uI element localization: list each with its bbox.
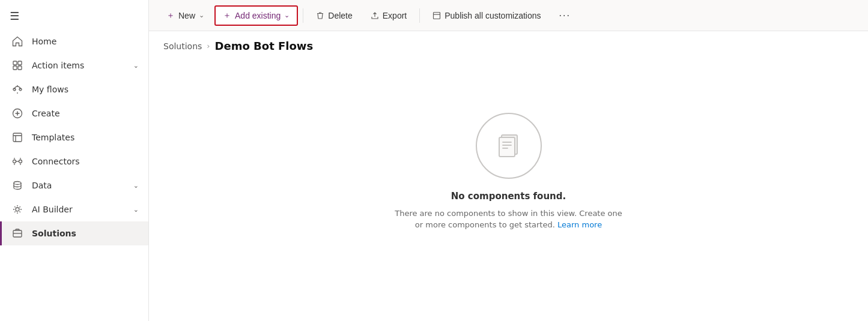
add-existing-chevron-icon: ⌄ (284, 11, 290, 19)
svg-rect-3 (18, 66, 22, 70)
add-existing-plus-icon: ＋ (223, 10, 231, 21)
delete-button[interactable]: Delete (308, 7, 360, 25)
chevron-down-icon: ⌄ (133, 182, 139, 190)
sidebar-item-label: Connectors (32, 157, 80, 166)
sidebar-item-label: AI Builder (32, 205, 73, 214)
svg-rect-1 (18, 61, 22, 65)
my-flows-icon (11, 83, 23, 95)
home-icon (11, 35, 23, 47)
toolbar-separator (303, 8, 303, 23)
publish-button[interactable]: Publish all customizations (425, 7, 548, 25)
breadcrumb-separator: › (207, 41, 210, 50)
learn-more-link[interactable]: Learn more (557, 220, 602, 229)
svg-point-9 (19, 160, 22, 163)
chevron-down-icon: ⌄ (133, 62, 139, 70)
action-items-icon (11, 59, 23, 71)
plus-icon: ＋ (166, 10, 175, 21)
add-existing-button[interactable]: ＋ Add existing ⌄ (214, 5, 298, 26)
hamburger-menu-button[interactable]: ☰ (0, 2, 148, 29)
sidebar-item-templates[interactable]: Templates (0, 125, 148, 149)
templates-icon (11, 131, 23, 143)
sidebar-item-my-flows[interactable]: My flows (0, 77, 148, 101)
svg-rect-2 (13, 66, 17, 70)
hamburger-icon: ☰ (10, 10, 19, 22)
toolbar-separator-2 (419, 8, 420, 23)
no-components-icon (491, 128, 527, 164)
delete-icon (316, 11, 324, 20)
breadcrumb: Solutions › Demo Bot Flows (149, 31, 868, 58)
main-content: ＋ New ⌄ ＋ Add existing ⌄ Delete (149, 0, 868, 321)
svg-rect-0 (13, 61, 17, 65)
sidebar: ☰ Home Action items ⌄ (0, 0, 149, 321)
empty-state-description: There are no components to show in this … (395, 208, 623, 231)
empty-state-icon-circle (476, 113, 542, 179)
new-button[interactable]: ＋ New ⌄ (159, 6, 212, 25)
ai-builder-icon (11, 203, 23, 215)
sidebar-item-label: Home (32, 37, 56, 46)
delete-label: Delete (328, 11, 352, 20)
connectors-icon (11, 155, 23, 167)
svg-point-10 (14, 182, 21, 185)
breadcrumb-solutions-link[interactable]: Solutions (163, 41, 202, 51)
more-icon: ··· (559, 10, 571, 21)
sidebar-item-data[interactable]: Data ⌄ (0, 173, 148, 197)
svg-point-11 (16, 208, 19, 211)
chevron-down-icon: ⌄ (133, 206, 139, 214)
sidebar-item-label: Data (32, 181, 52, 190)
sidebar-item-create[interactable]: Create (0, 101, 148, 125)
sidebar-item-label: Action items (32, 61, 84, 70)
new-chevron-icon: ⌄ (199, 11, 204, 19)
create-icon (11, 107, 23, 119)
svg-point-8 (13, 160, 16, 163)
svg-rect-7 (13, 133, 22, 142)
sidebar-item-solutions[interactable]: Solutions (0, 221, 148, 245)
sidebar-item-connectors[interactable]: Connectors (0, 149, 148, 173)
export-button[interactable]: Export (363, 7, 414, 25)
more-button[interactable]: ··· (551, 6, 578, 25)
export-label: Export (383, 11, 407, 20)
sidebar-item-label: Templates (32, 133, 74, 142)
sidebar-item-label: Solutions (32, 229, 76, 238)
sidebar-item-action-items[interactable]: Action items ⌄ (0, 53, 148, 77)
sidebar-item-label: My flows (32, 85, 68, 94)
add-existing-label: Add existing (235, 11, 281, 20)
data-icon (11, 179, 23, 191)
sidebar-item-home[interactable]: Home (0, 29, 148, 53)
empty-state-title: No components found. (451, 191, 566, 202)
empty-state: No components found. There are no compon… (149, 58, 868, 321)
export-icon (371, 11, 379, 20)
breadcrumb-current-page: Demo Bot Flows (215, 40, 314, 52)
svg-rect-13 (434, 12, 440, 19)
solutions-icon (11, 227, 23, 239)
new-button-label: New (178, 11, 195, 20)
sidebar-item-label: Create (32, 109, 60, 118)
sidebar-item-ai-builder[interactable]: AI Builder ⌄ (0, 197, 148, 221)
toolbar: ＋ New ⌄ ＋ Add existing ⌄ Delete (149, 0, 868, 31)
svg-rect-15 (499, 137, 515, 157)
publish-label: Publish all customizations (445, 11, 541, 20)
publish-icon (432, 11, 441, 20)
